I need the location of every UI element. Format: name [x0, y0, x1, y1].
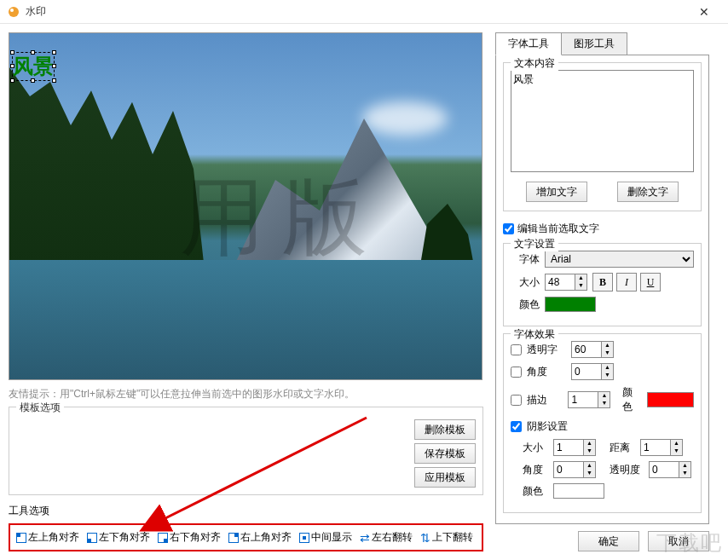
- align-tr-icon: [228, 533, 239, 543]
- svg-point-0: [9, 7, 19, 17]
- shadow-checkbox[interactable]: [511, 421, 522, 432]
- watermark-selection[interactable]: 风景: [12, 52, 55, 81]
- bold-button[interactable]: B: [592, 273, 613, 292]
- window-title: 水印: [26, 4, 687, 19]
- size-spinner[interactable]: ▲▼: [545, 274, 587, 291]
- apply-template-button[interactable]: 应用模板: [414, 467, 476, 488]
- shadow-size-spinner[interactable]: ▲▼: [553, 439, 596, 456]
- angle-spinner[interactable]: ▲▼: [571, 363, 614, 380]
- transparent-checkbox[interactable]: [511, 344, 522, 355]
- flip-h-icon: ⇄: [360, 531, 370, 545]
- stroke-color-swatch[interactable]: [647, 392, 694, 407]
- align-tl-icon: [16, 533, 26, 543]
- app-icon: [7, 5, 20, 19]
- tabs: 字体工具 图形工具: [495, 32, 709, 55]
- text-content-group: 文本内容 风景 增加文字 删除文字: [503, 62, 702, 211]
- transparent-spinner[interactable]: ▲▼: [571, 341, 614, 358]
- flip-v-icon: ⇅: [420, 531, 430, 545]
- edit-selected-checkbox[interactable]: [503, 223, 514, 234]
- ok-button[interactable]: 确定: [578, 531, 639, 551]
- add-text-button[interactable]: 增加文字: [526, 182, 587, 202]
- font-select[interactable]: Arial: [545, 251, 694, 268]
- tools-legend-outer: 工具选项: [9, 504, 483, 518]
- svg-point-1: [10, 9, 14, 12]
- delete-template-button[interactable]: 删除模板: [414, 419, 476, 440]
- align-bl-icon: [87, 533, 97, 543]
- tab-panel: 文本内容 风景 增加文字 删除文字 编辑当前选取文字 文字设置 字体 Arial…: [495, 55, 709, 524]
- edit-selected-label: 编辑当前选取文字: [517, 222, 599, 236]
- stroke-checkbox[interactable]: [511, 395, 522, 406]
- shadow-color-swatch[interactable]: [553, 483, 604, 499]
- text-content-input[interactable]: 风景: [511, 70, 694, 172]
- align-top-left[interactable]: 左上角对齐: [14, 528, 82, 546]
- delete-text-button[interactable]: 删除文字: [617, 182, 679, 202]
- flip-vertical[interactable]: ⇅上下翻转: [418, 528, 476, 546]
- stroke-spinner[interactable]: ▲▼: [568, 391, 610, 408]
- template-legend: 模板选项: [16, 401, 64, 415]
- text-color-swatch[interactable]: [545, 297, 596, 312]
- align-top-right[interactable]: 右上角对齐: [226, 528, 294, 546]
- cancel-button[interactable]: 取消: [648, 531, 709, 551]
- text-content-label: 文本内容: [511, 56, 558, 71]
- titlebar: 水印 ✕: [0, 0, 728, 24]
- flip-horizontal[interactable]: ⇄左右翻转: [357, 528, 415, 546]
- font-effects-group: 字体效果 透明字 ▲▼ 角度 ▲▼ 描边 ▲▼ 颜色: [503, 333, 702, 513]
- shadow-distance-spinner[interactable]: ▲▼: [640, 439, 683, 456]
- template-fieldset: 模板选项 删除模板 保存模板 应用模板: [9, 407, 483, 495]
- text-settings-group: 文字设置 字体 Arial 大小 ▲▼ B I U 颜色: [503, 243, 702, 326]
- tab-font-tools[interactable]: 字体工具: [495, 32, 562, 55]
- italic-button[interactable]: I: [616, 273, 637, 292]
- tab-shape-tools[interactable]: 图形工具: [561, 32, 627, 55]
- shadow-angle-spinner[interactable]: ▲▼: [553, 461, 596, 478]
- align-bottom-left[interactable]: 左下角对齐: [84, 528, 153, 546]
- preview-canvas[interactable]: 用版 风景: [9, 32, 482, 380]
- align-center[interactable]: 中间显示: [297, 528, 355, 546]
- hint-text: 友情提示：用"Ctrl+鼠标左键"可以任意拉伸当前选中的图形水印或文字水印。: [9, 387, 483, 401]
- shadow-opacity-spinner[interactable]: ▲▼: [649, 461, 691, 478]
- underline-button[interactable]: U: [640, 273, 661, 292]
- angle-checkbox[interactable]: [511, 367, 522, 378]
- tool-options-highlighted: 左上角对齐 左下角对齐 右下角对齐 右上角对齐 中间显示 ⇄左右翻转 ⇅上下翻转: [9, 523, 483, 551]
- close-button[interactable]: ✕: [687, 5, 721, 19]
- align-bottom-right[interactable]: 右下角对齐: [155, 528, 223, 546]
- save-template-button[interactable]: 保存模板: [414, 443, 476, 464]
- align-c-icon: [299, 533, 309, 543]
- align-br-icon: [158, 533, 168, 543]
